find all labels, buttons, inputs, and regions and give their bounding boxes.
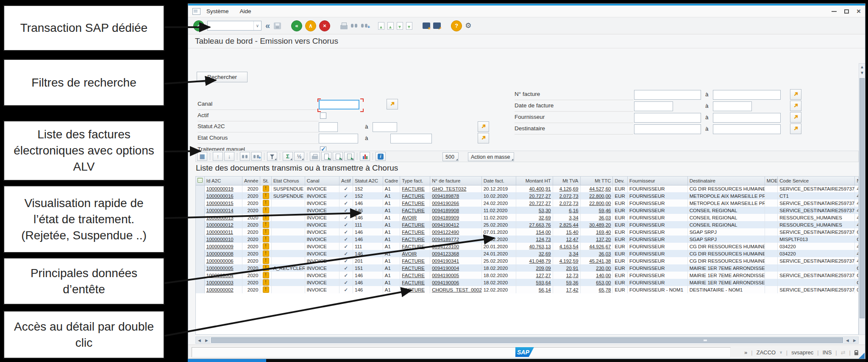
cell-link-ht[interactable]: 20.727,27 bbox=[529, 194, 551, 199]
alv-find-next-button[interactable] bbox=[251, 152, 262, 161]
cell-link-ttc[interactable]: 137,20 bbox=[596, 237, 611, 242]
cell-link-ht[interactable]: 124,73 bbox=[536, 237, 551, 242]
column-header-fo[interactable]: Fournisseur bbox=[627, 177, 687, 185]
num-facture-multiselect-button[interactable]: ➔ bbox=[790, 89, 801, 100]
column-header-moe[interactable]: MOE bbox=[765, 177, 777, 185]
cell-link-id[interactable]: 1000000009 bbox=[206, 244, 234, 249]
cell-link-tf[interactable]: FACTURE bbox=[402, 222, 425, 227]
cell-sel[interactable] bbox=[196, 185, 204, 192]
collapse-field-icon[interactable]: « bbox=[265, 21, 270, 31]
rechercher-button[interactable]: Rechercher bbox=[197, 72, 248, 82]
vertical-scrollbar[interactable]: ▲ ▼ bbox=[859, 63, 865, 335]
scroll-right-icon[interactable]: ► bbox=[851, 337, 858, 343]
find-next-icon[interactable] bbox=[361, 23, 368, 28]
cell-link-tva[interactable]: 2.072,73 bbox=[559, 194, 579, 199]
page-size-button[interactable]: 500 bbox=[442, 152, 459, 161]
etat-chorus-to-input[interactable] bbox=[390, 134, 432, 143]
cell-link-ht[interactable]: 20.727,27 bbox=[529, 201, 551, 206]
cell-link-tf[interactable]: FACTURE bbox=[402, 194, 425, 199]
alv-find-button[interactable] bbox=[240, 152, 250, 161]
table-row[interactable]: 10000000162020!SUSPENDUEINVOICE✓152A1FAC… bbox=[196, 192, 859, 199]
alv-export-button[interactable] bbox=[321, 152, 331, 161]
alv-chart-button[interactable] bbox=[360, 152, 370, 161]
cell-link-tva[interactable]: 17,42 bbox=[566, 287, 579, 292]
canal-multiselect-button[interactable]: ➔ bbox=[387, 99, 398, 109]
cell-link-tf[interactable]: FACTURE bbox=[402, 280, 425, 285]
num-facture-from-input[interactable] bbox=[634, 90, 701, 100]
cell-link-ttc[interactable]: 44.926,67 bbox=[589, 244, 611, 249]
cell-link-ht[interactable]: 27.663,76 bbox=[529, 222, 551, 227]
fournisseur-from-input[interactable] bbox=[634, 113, 701, 123]
cell-link-nf[interactable]: 0094122490 bbox=[432, 230, 459, 235]
cell-link-id[interactable]: 1000000008 bbox=[206, 251, 234, 256]
alv-sort-ascending-button[interactable]: ↑ bbox=[213, 152, 223, 161]
cell-link-nf[interactable]: 0094190005 bbox=[432, 273, 459, 278]
cell-sel[interactable] bbox=[196, 221, 204, 228]
alv-export-file-button[interactable] bbox=[333, 152, 343, 161]
scroll-right-icon[interactable]: ► bbox=[203, 337, 210, 343]
canal-input[interactable] bbox=[319, 100, 359, 109]
enter-button[interactable]: ✓ bbox=[193, 20, 204, 31]
cell-link-tva[interactable]: 6,16 bbox=[569, 208, 578, 213]
table-row[interactable]: 10000000062020!INVOICE✓201A1FACTURE00941… bbox=[196, 257, 859, 264]
cell-link-ttc[interactable]: 36,03 bbox=[599, 251, 611, 256]
cell-sel[interactable] bbox=[196, 214, 204, 221]
next-page-icon[interactable] bbox=[397, 22, 403, 30]
statut-a2c-multiselect-button[interactable]: ➔ bbox=[478, 121, 489, 132]
scroll-left-icon[interactable]: ◄ bbox=[196, 337, 203, 343]
column-header-ac[interactable]: Actif bbox=[339, 177, 353, 185]
help-button[interactable]: ? bbox=[451, 20, 462, 31]
cell-link-tva[interactable]: 20,91 bbox=[566, 266, 579, 271]
select-all-corner[interactable] bbox=[196, 177, 204, 185]
system-menu-icon[interactable] bbox=[192, 8, 200, 15]
cell-link-nf[interactable]: 0094190341 bbox=[432, 258, 459, 264]
cell-link-nf[interactable]: 0094189908 bbox=[432, 208, 459, 213]
status-expand-icon[interactable]: » bbox=[744, 349, 747, 356]
cell-link-nf[interactable]: 0094189772 bbox=[432, 237, 459, 242]
alv-sort-descending-button[interactable]: ↓ bbox=[224, 152, 234, 161]
cell-link-ht[interactable]: 41.048,79 bbox=[529, 258, 551, 264]
cell-link-nf[interactable]: 0094190006 bbox=[432, 280, 459, 285]
cell-link-ttc[interactable]: 59,46 bbox=[599, 208, 611, 213]
table-row[interactable]: 10000000022020!INVOICE✓146A1FACTURECHORU… bbox=[196, 286, 859, 293]
last-page-icon[interactable] bbox=[406, 22, 412, 30]
etat-chorus-multiselect-button[interactable]: ➔ bbox=[478, 133, 489, 143]
resize-grip[interactable] bbox=[858, 353, 865, 359]
cell-link-id[interactable]: 1000000006 bbox=[206, 258, 234, 264]
cell-link-tf[interactable]: FACTURE bbox=[402, 287, 425, 292]
column-header-sa[interactable]: Statut A2C bbox=[353, 177, 383, 185]
fournisseur-multiselect-button[interactable]: ➔ bbox=[790, 112, 801, 123]
table-row[interactable]: 10000000192020!SUSPENDUEINVOICE✓152A1FAC… bbox=[196, 185, 859, 192]
create-shortcut-icon[interactable] bbox=[433, 22, 441, 29]
cell-link-nf[interactable]: 0094190004 bbox=[432, 266, 459, 271]
cell-link-nf[interactable]: 0094190412 bbox=[432, 222, 459, 227]
column-header-no[interactable]: N° bbox=[855, 177, 859, 185]
cell-link-ttc[interactable]: 22.800,00 bbox=[589, 194, 611, 199]
cell-sel[interactable] bbox=[196, 207, 204, 214]
cell-link-id[interactable]: 1000000003 bbox=[206, 280, 234, 285]
statut-a2c-to-input[interactable] bbox=[373, 122, 397, 132]
cell-link-id[interactable]: 1000000012 bbox=[206, 222, 234, 227]
column-header-df[interactable]: Date fact. bbox=[481, 177, 516, 185]
cell-link-tva[interactable]: 2.072,73 bbox=[559, 201, 579, 206]
cell-link-ht[interactable]: 40.400,91 bbox=[529, 186, 551, 191]
column-header-cd[interactable]: Cadre bbox=[383, 177, 400, 185]
table-row[interactable]: 10000000142020!INVOICE✓146A1FACTURE00941… bbox=[196, 207, 859, 214]
actif-checkbox[interactable] bbox=[320, 112, 326, 119]
cell-link-ht[interactable]: 127,27 bbox=[536, 273, 551, 278]
cell-link-tva[interactable]: 4.163,54 bbox=[559, 244, 579, 249]
cell-link-id[interactable]: 1000000013 bbox=[206, 215, 234, 220]
cell-link-id[interactable]: 1000000019 bbox=[206, 186, 234, 191]
cell-link-id[interactable]: 1000000015 bbox=[206, 201, 234, 206]
column-header-de[interactable]: Destinataire bbox=[687, 177, 765, 185]
alv-sum-button[interactable]: Σ bbox=[283, 152, 293, 161]
cell-link-id[interactable]: 1000000002 bbox=[206, 287, 234, 292]
table-row[interactable]: 10000000152020!INVOICE✓146A1FACTURE00941… bbox=[196, 199, 859, 207]
cell-link-tf[interactable]: FACTURE bbox=[402, 230, 425, 235]
cell-sel[interactable] bbox=[196, 199, 204, 207]
cell-link-ht[interactable]: 56,14 bbox=[539, 287, 551, 292]
cell-link-tf[interactable]: FACTURE bbox=[402, 244, 425, 249]
cell-link-ht[interactable]: 53,30 bbox=[539, 208, 551, 213]
cell-link-id[interactable]: 1000000011 bbox=[206, 230, 233, 235]
cell-link-tf[interactable]: FACTURE bbox=[402, 186, 425, 191]
